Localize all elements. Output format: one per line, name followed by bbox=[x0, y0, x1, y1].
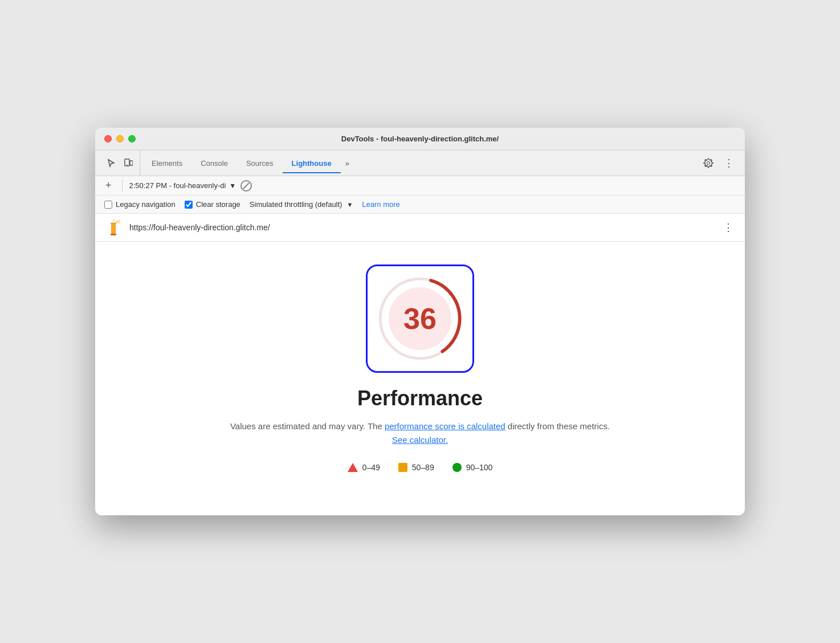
low-score-range: 0–49 bbox=[362, 463, 380, 472]
svg-rect-5 bbox=[112, 221, 115, 223]
legend-high: 90–100 bbox=[452, 463, 493, 472]
legend-low: 0–49 bbox=[348, 463, 380, 472]
gauge-bg-circle: 36 bbox=[389, 287, 451, 350]
high-score-range: 90–100 bbox=[466, 463, 493, 472]
window-title: DevTools - foul-heavenly-direction.glitc… bbox=[341, 135, 499, 143]
tab-bar: Elements Console Sources Lighthouse » ⋮ bbox=[95, 150, 745, 176]
options-bar: Legacy navigation Clear storage Simulate… bbox=[95, 196, 745, 214]
main-content: 36 Performance Values are estimated and … bbox=[95, 242, 745, 515]
tab-more-button[interactable]: » bbox=[341, 153, 354, 173]
clear-storage-option[interactable]: Clear storage bbox=[185, 200, 240, 209]
tab-elements[interactable]: Elements bbox=[142, 153, 191, 173]
desc-middle: directly from these metrics. bbox=[505, 421, 610, 431]
clear-storage-label: Clear storage bbox=[196, 200, 240, 209]
add-button[interactable]: + bbox=[102, 180, 115, 192]
svg-rect-1 bbox=[130, 161, 133, 165]
tab-right-icons: ⋮ bbox=[697, 156, 740, 170]
legend-medium: 50–89 bbox=[398, 463, 434, 472]
calculator-link[interactable]: See calculator. bbox=[392, 435, 448, 445]
performance-title: Performance bbox=[357, 386, 483, 410]
title-bar: DevTools - foul-heavenly-direction.glitc… bbox=[95, 128, 745, 150]
tab-console[interactable]: Console bbox=[191, 153, 237, 173]
url-bar: https://foul-heavenly-direction.glitch.m… bbox=[95, 214, 745, 242]
tab-icons bbox=[100, 150, 140, 176]
tab-sources[interactable]: Sources bbox=[237, 153, 283, 173]
legacy-navigation-checkbox[interactable] bbox=[104, 201, 112, 209]
toolbar: + 2:50:27 PM - foul-heavenly-di ▼ bbox=[95, 176, 745, 196]
throttling-dropdown-arrow[interactable]: ▼ bbox=[346, 201, 353, 208]
lighthouse-site-icon bbox=[104, 218, 123, 237]
tab-lighthouse[interactable]: Lighthouse bbox=[283, 153, 341, 173]
dropdown-arrow-icon[interactable]: ▼ bbox=[229, 182, 236, 190]
desc-prefix: Values are estimated and may vary. The bbox=[230, 421, 385, 431]
legacy-navigation-option[interactable]: Legacy navigation bbox=[104, 200, 176, 209]
site-url: https://foul-heavenly-direction.glitch.m… bbox=[129, 223, 714, 232]
perf-score-link[interactable]: performance score is calculated bbox=[385, 421, 505, 431]
url-timestamp: 2:50:27 PM - foul-heavenly-di bbox=[129, 181, 226, 190]
throttling-option: Simulated throttling (default) ▼ bbox=[250, 200, 353, 209]
block-requests-icon[interactable] bbox=[240, 180, 252, 192]
gauge-inner: 36 bbox=[389, 287, 451, 350]
minimize-button[interactable] bbox=[116, 135, 124, 143]
legacy-navigation-label: Legacy navigation bbox=[116, 200, 176, 209]
medium-score-icon bbox=[398, 463, 407, 472]
learn-more-link[interactable]: Learn more bbox=[362, 200, 399, 209]
throttling-label: Simulated throttling (default) bbox=[250, 200, 342, 209]
medium-score-range: 50–89 bbox=[412, 463, 434, 472]
svg-rect-6 bbox=[111, 234, 116, 235]
cursor-icon[interactable] bbox=[104, 156, 118, 170]
performance-description: Values are estimated and may vary. The p… bbox=[226, 420, 614, 447]
svg-line-7 bbox=[116, 221, 120, 222]
svg-line-8 bbox=[116, 222, 120, 223]
performance-gauge: 36 bbox=[366, 264, 474, 373]
traffic-lights bbox=[104, 135, 136, 143]
more-menu-icon[interactable]: ⋮ bbox=[722, 156, 736, 170]
low-score-icon bbox=[348, 463, 358, 472]
clear-storage-checkbox[interactable] bbox=[185, 201, 193, 209]
maximize-button[interactable] bbox=[128, 135, 136, 143]
svg-marker-4 bbox=[110, 223, 117, 224]
settings-icon[interactable] bbox=[702, 156, 715, 170]
devtools-window: DevTools - foul-heavenly-direction.glitc… bbox=[95, 128, 745, 515]
high-score-icon bbox=[452, 463, 462, 472]
device-icon[interactable] bbox=[121, 156, 135, 170]
toolbar-url: 2:50:27 PM - foul-heavenly-di ▼ bbox=[129, 181, 236, 190]
close-button[interactable] bbox=[104, 135, 112, 143]
score-legend: 0–49 50–89 90–100 bbox=[348, 463, 493, 472]
toolbar-divider bbox=[122, 180, 123, 192]
gauge-score: 36 bbox=[403, 304, 437, 333]
url-bar-more-icon[interactable]: ⋮ bbox=[721, 221, 736, 234]
